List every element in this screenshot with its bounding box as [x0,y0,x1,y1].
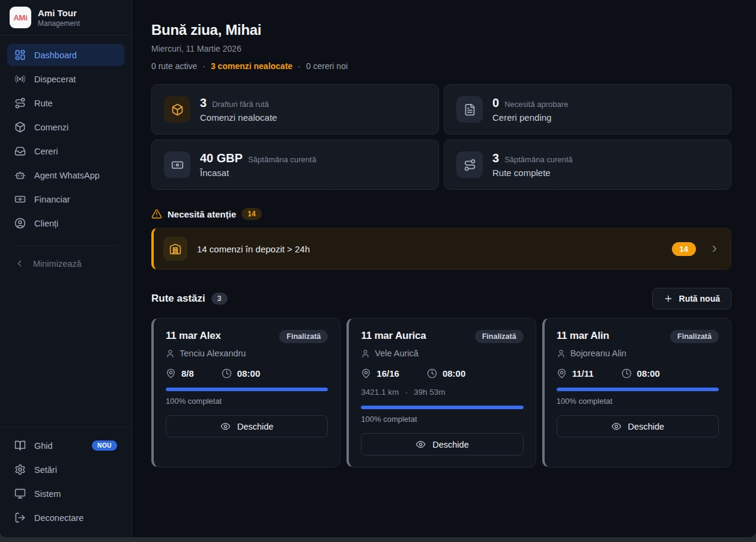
progress-fill [557,388,719,391]
stops-stat: 16/16 [361,368,399,379]
bot-icon [14,169,26,181]
stat-card-comenzi-nealocate[interactable]: 3 Drafturi fără rută Comenzi nealocate [151,84,439,135]
routes-header: Rute astăzi 3 Rută nouă [151,288,731,309]
stops-value: 16/16 [376,368,399,379]
sidebar-item-financiar[interactable]: Financiar [7,188,124,210]
progress-label: 100% completat [557,397,719,406]
new-requests-count: 0 cereri noi [306,61,348,71]
package-icon [14,121,26,133]
sidebar-item-agent-whatsapp[interactable]: Agent WhatsApp [7,164,124,186]
sidebar-item-deconectare[interactable]: Deconectare [7,507,124,529]
date-line: Miercuri, 11 Martie 2026 [151,44,731,53]
unallocated-orders-count: 3 comenzi nealocate [211,61,292,71]
monitor-icon [14,488,26,499]
route-card-alin[interactable]: 11 mar Alin Finalizată Bojoreanu Alin 11… [542,318,731,467]
user-icon [557,349,566,358]
inbox-icon [14,145,26,157]
plus-icon [664,294,673,303]
stat-text: 3 Drafturi fără rută Comenzi nealocate [200,96,277,123]
attention-count-badge: 14 [241,208,261,220]
separator-dot: · [202,61,205,71]
sidebar-item-setari[interactable]: Setări [7,458,124,481]
open-route-button[interactable]: Deschide [557,415,719,437]
open-route-button[interactable]: Deschide [361,433,523,455]
sidebar-item-label: Agent WhatsApp [34,171,100,180]
sidebar-item-label: Rute [34,99,53,108]
time-stat: 08:00 [427,368,465,379]
stat-card-incasat[interactable]: 40 GBP Săptămâna curentă Încasat [151,139,439,190]
app-window: AMi Ami Tour Management Dashboard Dispec… [0,0,756,537]
open-route-label: Deschide [237,422,273,431]
sidebar-footer: Ghid NOU Setări Sistem Deconectare [0,427,132,537]
stat-card-cereri-pending[interactable]: 0 Necesită aprobare Cereri pending [444,84,731,135]
eye-icon [611,421,621,431]
eye-icon [416,439,426,449]
sidebar: AMi Ami Tour Management Dashboard Dispec… [0,0,132,537]
stat-hint: Săptămâna curentă [248,155,316,164]
sidebar-nav: Dashboard Dispecerat Rute Comenzi [0,35,132,274]
sidebar-item-label: Financiar [34,195,70,204]
route-cards-grid: 11 mar Alex Finalizată Tenciu Alexandru … [151,318,731,467]
sidebar-collapse-button[interactable]: Minimizează [7,253,124,274]
clock-icon [427,368,437,379]
map-pin-icon [166,368,176,379]
logout-icon [14,512,26,523]
stat-hint: Săptămâna curentă [504,155,572,164]
sidebar-item-label: Dashboard [34,50,77,60]
stops-value: 11/11 [572,368,594,379]
duration-value: 39h 53m [414,388,446,397]
sidebar-item-rute[interactable]: Rute [7,92,124,114]
sidebar-collapse-label: Minimizează [33,259,82,269]
sidebar-item-clienti[interactable]: Clienți [7,212,124,234]
sidebar-divider [14,246,117,246]
brand-text: Ami Tour Management [38,8,80,28]
stat-value: 40 GBP [200,151,243,165]
sidebar-item-label: Setări [34,465,57,475]
user-icon [361,349,370,358]
stat-label: Rute complete [492,168,573,178]
package-icon [164,96,190,123]
map-pin-icon [557,368,567,379]
sidebar-item-sistem[interactable]: Sistem [7,483,124,505]
routes-count-badge: 3 [211,293,228,305]
sidebar-item-comenzi[interactable]: Comenzi [7,116,124,138]
warehouse-icon [163,237,187,261]
clock-icon [621,368,632,379]
driver-name: Tenciu Alexandru [180,349,246,358]
driver-name: Bojoreanu Alin [570,349,627,358]
brand-header: AMi Ami Tour Management [0,0,132,35]
app-logo: AMi [10,7,31,28]
sidebar-item-dashboard[interactable]: Dashboard [7,44,124,66]
sidebar-item-dispecerat[interactable]: Dispecerat [7,68,124,90]
attention-title: Necesită atenție [168,209,236,219]
route-title: 11 mar Aurica [361,330,426,342]
route-meta: 3421.1 km · 39h 53m [361,388,523,397]
open-route-button[interactable]: Deschide [166,415,328,437]
route-card-alex[interactable]: 11 mar Alex Finalizată Tenciu Alexandru … [151,318,340,467]
alert-count-badge: 14 [672,242,696,256]
stat-card-rute-complete[interactable]: 3 Săptămâna curentă Rute complete [444,139,731,190]
gear-icon [14,464,26,475]
status-badge: Finalizată [475,330,524,343]
progress-bar [166,388,328,391]
route-icon [14,97,26,109]
stat-value: 0 [492,96,499,110]
page-title: Bună ziua, Mihai [151,22,731,38]
warehouse-alert-banner[interactable]: 14 comenzi în depozit > 24h 14 [151,228,731,270]
dashboard-icon [14,49,26,61]
time-stat: 08:00 [621,368,660,379]
driver-name: Vele Aurică [375,349,419,358]
new-route-label: Rută nouă [679,294,720,303]
new-route-button[interactable]: Rută nouă [652,288,731,309]
warning-triangle-icon [151,209,162,219]
stats-grid: 3 Drafturi fără rută Comenzi nealocate 0… [151,84,731,190]
attention-header: Necesită atenție 14 [151,208,731,220]
stat-value: 3 [200,96,207,110]
route-card-aurica[interactable]: 11 mar Aurica Finalizată Vele Aurică 16/… [346,318,536,467]
sidebar-item-cereri[interactable]: Cereri [7,140,124,162]
sidebar-item-label: Comenzi [34,123,68,132]
sidebar-item-label: Cereri [34,147,58,156]
brand-title: Ami Tour [38,8,80,18]
sidebar-item-ghid[interactable]: Ghid NOU [7,434,124,457]
chevron-right-icon [709,243,720,254]
